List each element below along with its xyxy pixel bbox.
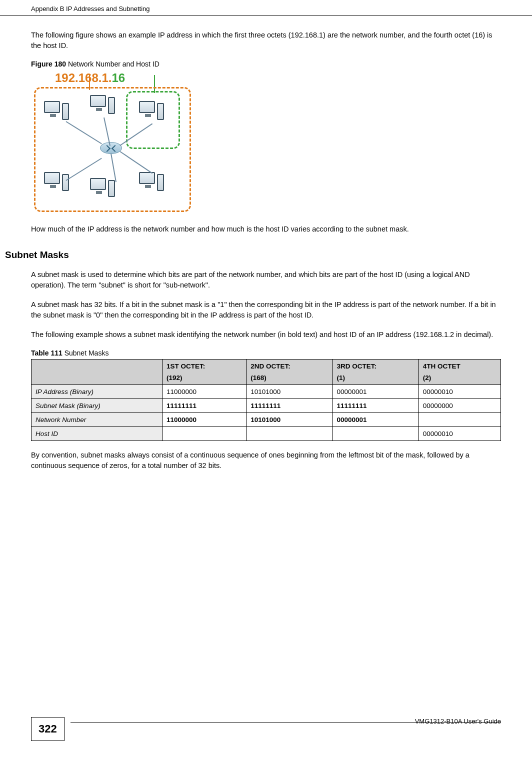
table-cell: 11111111 <box>162 399 246 413</box>
header-line2: (192) <box>166 374 242 382</box>
table-cell: 00000010 <box>418 385 500 399</box>
header-line2: (2) <box>423 374 496 382</box>
table-row: Host ID00000010 <box>32 427 501 441</box>
page-footer: 322 VMG1312-B10A User's Guide <box>31 717 501 741</box>
header-line1: 3RD OCTET: <box>337 362 414 370</box>
table-header-col4: 4TH OCTET (2) <box>418 360 500 385</box>
figure-caption: Figure 180 Network Number and Host ID <box>31 60 501 68</box>
header-line1: 2ND OCTET: <box>250 362 328 370</box>
table-cell: 10101000 <box>246 413 332 427</box>
page-header: Appendix B IP Addresses and Subnetting <box>0 0 532 16</box>
table-body: IP Address (Binary)110000001010100000000… <box>32 385 501 441</box>
table-cell: 10101000 <box>246 385 332 399</box>
footer-line: VMG1312-B10A User's Guide <box>70 722 501 722</box>
header-line1: 1ST OCTET: <box>166 362 242 370</box>
table-cell <box>246 427 332 441</box>
pc-icon <box>139 172 166 199</box>
table-header-row: 1ST OCTET: (192) 2ND OCTET: (168) 3RD OC… <box>32 360 501 385</box>
table-cell <box>332 427 418 441</box>
closing-paragraph: By convention, subnet masks always consi… <box>31 450 501 471</box>
table-caption: Table 111 Subnet Masks <box>31 349 501 357</box>
ip-network-part: 192.168.1. <box>55 71 112 84</box>
table-header-col2: 2ND OCTET: (168) <box>246 360 332 385</box>
subnet-para-3: The following example shows a subnet mas… <box>31 330 501 340</box>
table-header-col1: 1ST OCTET: (192) <box>162 360 246 385</box>
table-cell: 11000000 <box>162 385 246 399</box>
header-line2: (1) <box>337 374 414 382</box>
figure-label-rest: Network Number and Host ID <box>66 60 160 68</box>
intro-paragraph: The following figure shows an example IP… <box>31 30 501 51</box>
row-label: Subnet Mask (Binary) <box>32 399 162 413</box>
footer-guide: VMG1312-B10A User's Guide <box>415 718 501 725</box>
header-line2: (168) <box>250 374 328 382</box>
table-caption-rest: Subnet Masks <box>62 349 109 357</box>
ip-host-part: 16 <box>112 71 125 84</box>
figure-area: 192.168.1.16 <box>31 71 501 215</box>
page-content: The following figure shows an example IP… <box>0 30 532 471</box>
table-cell <box>162 427 246 441</box>
table-row: IP Address (Binary)110000001010100000000… <box>32 385 501 399</box>
figure-ip-text: 192.168.1.16 <box>55 71 501 85</box>
table-cell: 00000001 <box>332 413 418 427</box>
pc-icon <box>44 172 71 199</box>
table-row: Network Number110000001010100000000001 <box>32 413 501 427</box>
figure-label-bold: Figure 180 <box>31 60 66 68</box>
table-cell: 00000001 <box>332 385 418 399</box>
page-number: 322 <box>31 717 64 741</box>
header-left: Appendix B IP Addresses and Subnetting <box>31 5 150 12</box>
subnet-table: 1ST OCTET: (192) 2ND OCTET: (168) 3RD OC… <box>31 359 501 441</box>
pc-icon <box>44 101 71 128</box>
row-label: Network Number <box>32 413 162 427</box>
row-label: IP Address (Binary) <box>32 385 162 399</box>
section-heading: Subnet Masks <box>5 250 501 260</box>
table-header-col3: 3RD OCTET: (1) <box>332 360 418 385</box>
table-header-blank <box>32 360 162 385</box>
router-icon <box>100 142 122 154</box>
table-cell <box>418 413 500 427</box>
after-figure-paragraph: How much of the IP address is the networ… <box>31 224 501 234</box>
table-cell: 00000010 <box>418 427 500 441</box>
subnet-para-1: A subnet mask is used to determine which… <box>31 270 501 290</box>
table-cell: 00000000 <box>418 399 500 413</box>
table-row: Subnet Mask (Binary)11111111111111111111… <box>32 399 501 413</box>
table-cell: 11000000 <box>162 413 246 427</box>
subnet-para-2: A subnet mask has 32 bits. If a bit in t… <box>31 300 501 320</box>
table-caption-bold: Table 111 <box>31 349 62 357</box>
network-diagram <box>31 86 194 215</box>
table-cell: 11111111 <box>246 399 332 413</box>
pc-icon <box>90 178 117 205</box>
row-label: Host ID <box>32 427 162 441</box>
header-line1: 4TH OCTET <box>423 362 496 370</box>
table-cell: 11111111 <box>332 399 418 413</box>
